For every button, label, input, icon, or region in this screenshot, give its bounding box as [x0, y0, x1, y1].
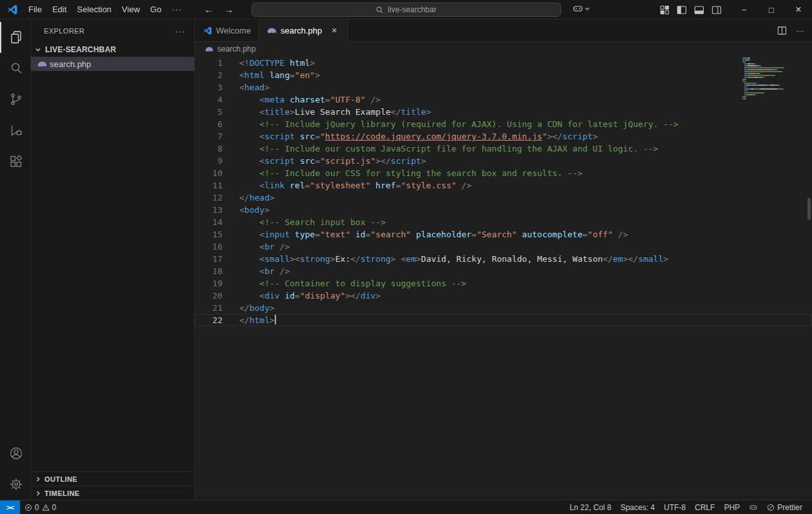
cursor-position-button[interactable]: Ln 22, Col 8 — [565, 500, 616, 514]
activity-item-source-control[interactable] — [0, 84, 30, 115]
code-token: <!-- Include our CSS for styling the sea… — [239, 168, 582, 178]
code-line[interactable]: 13<body> — [195, 204, 812, 216]
code-token: /> — [613, 230, 628, 239]
back-button[interactable]: ← — [204, 4, 213, 15]
encoding-button[interactable]: UTF-8 — [659, 500, 690, 514]
minimap-line — [742, 67, 803, 68]
code-line[interactable]: 18 <br /> — [195, 265, 812, 277]
eol-button[interactable]: CRLF — [690, 500, 719, 514]
timeline-section-header[interactable]: TIMELINE — [31, 486, 194, 500]
code-line[interactable]: 15 <input type="text" id="search" placeh… — [195, 228, 812, 241]
code-line[interactable]: 20 <div id="display"></div> — [195, 290, 812, 302]
line-content: <br /> — [239, 241, 290, 253]
split-editor-icon[interactable] — [777, 26, 787, 35]
copilot-button[interactable] — [573, 3, 590, 14]
code-line[interactable]: 22</html> — [195, 314, 812, 326]
sidebar-sections: OUTLINE TIMELINE — [31, 471, 194, 500]
titlebar-right: − □ × — [660, 0, 812, 19]
code-token: src — [295, 156, 315, 166]
menu-overflow-button[interactable]: ··· — [166, 5, 187, 14]
code-line[interactable]: 3<head> — [195, 81, 812, 94]
minimap-line — [742, 57, 803, 59]
code-line[interactable]: 12</head> — [195, 192, 812, 204]
code-line[interactable]: 16 <br /> — [195, 241, 812, 253]
code-line[interactable]: 14 <!-- Search input box --> — [195, 216, 812, 228]
tab-search-php[interactable]: search.php × — [259, 19, 348, 41]
language-mode-button[interactable]: PHP — [720, 500, 745, 514]
code-token: </ — [391, 107, 401, 117]
code-line[interactable]: 2<html lang="en"> — [195, 69, 812, 81]
maximize-button[interactable]: □ — [758, 0, 785, 19]
command-center-search[interactable]: live-searchbar — [252, 3, 561, 17]
problems-button[interactable]: 0 0 — [20, 500, 61, 514]
statusbar-right: Ln 22, Col 8 Spaces: 4 UTF-8 CRLF PHP Pr… — [565, 500, 812, 514]
line-number: 6 — [195, 118, 223, 130]
code-line[interactable]: 9 <script src="script.js"></script> — [195, 155, 812, 167]
minimize-button[interactable]: − — [731, 0, 758, 19]
close-button[interactable]: × — [785, 0, 812, 19]
code-line[interactable]: 11 <link rel="stylesheet" href="style.cs… — [195, 179, 812, 192]
code-token: rel — [284, 181, 304, 190]
menu-edit[interactable]: Edit — [47, 3, 72, 17]
toggle-secondary-sidebar-icon[interactable] — [711, 5, 722, 15]
outline-section-header[interactable]: OUTLINE — [31, 471, 194, 486]
code-token: = — [471, 230, 477, 239]
menu-view[interactable]: View — [117, 3, 145, 17]
menu-file[interactable]: File — [23, 3, 47, 17]
formatter-button[interactable]: Prettier — [762, 500, 807, 514]
code-area[interactable]: 1<!DOCTYPE html>2<html lang="en">3<head>… — [195, 56, 812, 500]
tab-close-button[interactable]: × — [328, 25, 340, 36]
minimap-line — [742, 90, 803, 92]
remote-button[interactable]: >< — [0, 500, 20, 514]
code-token: </ — [239, 303, 250, 313]
code-line[interactable]: 19 <!-- Container to display suggestions… — [195, 277, 812, 290]
activity-item-run-debug[interactable] — [0, 115, 30, 146]
code-token: <! — [239, 58, 250, 68]
toggle-primary-sidebar-icon[interactable] — [677, 5, 687, 15]
code-line[interactable]: 17 <small><strong>Ex:</strong> <em>David… — [195, 253, 812, 265]
code-token: < — [239, 132, 264, 141]
file-row-search-php[interactable]: search.php — [31, 57, 194, 71]
activity-item-settings[interactable] — [0, 469, 30, 500]
code-line[interactable]: 1<!DOCTYPE html> — [195, 57, 812, 69]
folder-row-live-searchbar[interactable]: LIVE-SEARCHBAR — [31, 43, 194, 57]
menu-selection[interactable]: Selection — [72, 3, 116, 17]
code-line[interactable]: 5 <title>Live Search Example</title> — [195, 106, 812, 118]
code-token: em — [613, 254, 623, 264]
scrollbar-thumb[interactable] — [807, 198, 811, 220]
code-token: > — [330, 254, 335, 264]
line-number: 16 — [195, 241, 223, 253]
minimap[interactable] — [742, 57, 803, 100]
code-line[interactable]: 10 <!-- Include our CSS for styling the … — [195, 167, 812, 179]
code-token: "stylesheet" — [310, 181, 371, 190]
source-control-icon — [8, 92, 24, 107]
formatter-label: Prettier — [777, 503, 802, 512]
activity-item-search[interactable] — [0, 53, 30, 84]
code-token: " — [320, 132, 325, 141]
code-line[interactable]: 7 <script src="https://code.jquery.com/j… — [195, 130, 812, 143]
minimap-line — [742, 92, 803, 94]
activity-item-explorer[interactable] — [0, 22, 30, 53]
layout-controls — [660, 5, 722, 15]
code-line[interactable]: 21</body> — [195, 302, 812, 314]
tab-welcome[interactable]: Welcome — [195, 19, 259, 41]
indentation-button[interactable]: Spaces: 4 — [616, 500, 659, 514]
code-token: > — [315, 70, 320, 80]
code-token: charset — [284, 95, 325, 104]
editor-more-button[interactable]: ··· — [796, 26, 804, 35]
activity-item-extensions[interactable] — [0, 146, 30, 177]
breadcrumb-item-file[interactable]: search.php — [217, 44, 255, 54]
code-token: < — [239, 205, 244, 215]
line-number: 10 — [195, 167, 223, 179]
code-line[interactable]: 6 <!-- Include jQuery library (required … — [195, 118, 812, 130]
customize-layout-icon[interactable] — [660, 5, 669, 15]
code-line[interactable]: 4 <meta charset="UTF-8" /> — [195, 94, 812, 106]
minimap-line — [742, 83, 803, 84]
toggle-panel-icon[interactable] — [694, 5, 704, 15]
forward-button[interactable]: → — [224, 4, 233, 15]
activity-item-account[interactable] — [0, 438, 30, 469]
menu-go[interactable]: Go — [145, 3, 166, 17]
copilot-status-button[interactable] — [744, 500, 762, 514]
code-line[interactable]: 8 <!-- Include our custom JavaScript fil… — [195, 143, 812, 155]
explorer-actions-button[interactable]: ··· — [172, 26, 188, 36]
